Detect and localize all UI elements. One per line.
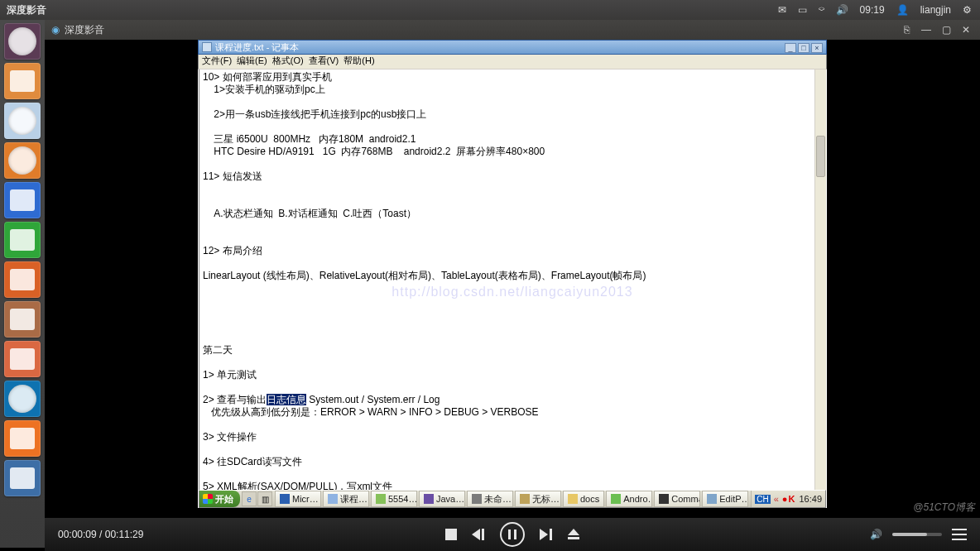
launcher-deepin-player[interactable]: [4, 381, 41, 417]
ql-ie-icon[interactable]: e: [242, 491, 257, 506]
eject-button[interactable]: [568, 529, 579, 540]
notepad-max[interactable]: □: [798, 43, 809, 53]
notepad-menu-item[interactable]: 编辑(E): [237, 55, 267, 65]
system-topbar: 深度影音 ✉ ▭ ⌔ 🔊 09:19 👤 liangjin ⚙: [0, 0, 980, 20]
user-name[interactable]: liangjin: [920, 4, 951, 16]
task-icon: [707, 494, 717, 504]
taskbar-task[interactable]: 课程…: [323, 491, 369, 507]
taskbar-task[interactable]: Andro…: [606, 491, 652, 507]
clock[interactable]: 09:19: [860, 4, 885, 16]
svg-marker-1: [472, 529, 480, 540]
launcher-chromium[interactable]: [4, 103, 41, 139]
elapsed-time: 00:00:09: [58, 529, 97, 540]
notepad-icon: [202, 42, 212, 52]
launcher-files[interactable]: [4, 63, 41, 99]
stop-button[interactable]: [445, 529, 457, 540]
launcher-workspaces[interactable]: [4, 460, 41, 496]
close-button[interactable]: ✕: [958, 22, 973, 37]
launcher-ubuntu-one[interactable]: [4, 420, 41, 457]
next-button[interactable]: [540, 529, 553, 540]
svg-rect-6: [550, 529, 552, 540]
task-label: docs: [580, 494, 599, 504]
battery-icon[interactable]: ▭: [798, 4, 807, 16]
play-pause-button[interactable]: [500, 522, 525, 547]
total-time: 00:11:29: [105, 529, 144, 540]
notepad-menu-item[interactable]: 帮助(H): [343, 55, 374, 65]
taskbar-task[interactable]: Comma…: [654, 491, 700, 507]
mail-icon[interactable]: ✉: [778, 4, 786, 16]
task-label: Java…: [436, 494, 464, 504]
notepad-scrollbar[interactable]: [814, 69, 826, 490]
volume-icon[interactable]: 🔊: [870, 529, 882, 540]
system-tray: ✉ ▭ ⌔ 🔊 09:19 👤 liangjin ⚙: [778, 4, 980, 16]
start-button[interactable]: 开始: [199, 491, 240, 507]
tray-arrows-icon[interactable]: «: [774, 494, 779, 504]
maximize-button[interactable]: ▢: [939, 22, 954, 37]
volume-slider[interactable]: [892, 533, 942, 536]
launcher-firefox[interactable]: [4, 142, 41, 179]
notepad-menu-item[interactable]: 文件(F): [202, 55, 232, 65]
svg-rect-0: [445, 529, 457, 540]
deepin-icon: ◉: [51, 24, 60, 36]
notepad-close[interactable]: ×: [811, 43, 823, 53]
taskbar-task[interactable]: docs: [563, 491, 604, 507]
player-controls: 00:00:09 / 00:11:29 🔊: [45, 518, 980, 551]
tray-clock[interactable]: 16:49: [799, 494, 822, 504]
playlist-button[interactable]: [952, 529, 967, 540]
notepad-textarea[interactable]: 10> 如何部署应用到真实手机 1>安装手机的驱动到pc上 2>用一条usb连接…: [199, 69, 826, 490]
wifi-icon[interactable]: ⌔: [819, 4, 824, 16]
unity-launcher: [0, 20, 45, 548]
windows-tray: CH « ●K 16:49: [751, 491, 825, 507]
video-content[interactable]: 课程进度.txt - 记事本 _□× 文件(F)编辑(E)格式(O)查看(V)帮…: [45, 40, 980, 520]
task-icon: [659, 494, 669, 504]
task-label: EditP…: [719, 494, 748, 504]
prev-button[interactable]: [472, 529, 485, 540]
hanger-icon[interactable]: ⎘: [899, 22, 914, 37]
svg-rect-3: [508, 529, 511, 539]
ql-desktop-icon[interactable]: ▥: [257, 491, 272, 506]
task-icon: [472, 494, 482, 504]
svg-rect-8: [568, 537, 579, 539]
svg-marker-7: [568, 529, 579, 535]
notepad-menu-item[interactable]: 格式(O): [272, 55, 304, 65]
notepad-menubar: 文件(F)编辑(E)格式(O)查看(V)帮助(H): [198, 55, 827, 69]
task-label: 未命…: [484, 493, 512, 505]
svg-rect-4: [514, 529, 516, 539]
taskbar-task[interactable]: 无标…: [515, 491, 561, 507]
launcher-trash[interactable]: [4, 341, 41, 377]
time-display: 00:00:09 / 00:11:29: [45, 529, 143, 540]
task-icon: [424, 494, 434, 504]
tray-lang[interactable]: CH: [755, 495, 770, 504]
taskbar-task[interactable]: Micr…: [275, 491, 321, 507]
quick-launch: e ▥: [242, 491, 272, 506]
notepad-window-buttons: _□×: [783, 42, 823, 53]
launcher-dash[interactable]: [4, 23, 41, 60]
task-icon: [520, 494, 530, 504]
scrollbar-thumb[interactable]: [816, 136, 825, 177]
notepad-titlebar: 课程进度.txt - 记事本 _□×: [198, 40, 827, 55]
gear-icon[interactable]: ⚙: [963, 4, 972, 16]
svg-rect-2: [482, 529, 484, 540]
task-icon: [376, 494, 386, 504]
launcher-impress[interactable]: [4, 261, 41, 298]
launcher-calc[interactable]: [4, 222, 41, 258]
taskbar-task[interactable]: 未命…: [467, 491, 513, 507]
taskbar-task[interactable]: Java…: [419, 491, 465, 507]
recorded-screen: 课程进度.txt - 记事本 _□× 文件(F)编辑(E)格式(O)查看(V)帮…: [198, 40, 827, 508]
minimize-button[interactable]: —: [919, 22, 934, 37]
launcher-coffee[interactable]: [4, 301, 41, 338]
player-title: 深度影音: [65, 23, 104, 37]
launcher-writer[interactable]: [4, 182, 41, 218]
task-icon: [328, 494, 338, 504]
notepad-menu-item[interactable]: 查看(V): [309, 55, 339, 65]
user-icon: 👤: [896, 4, 909, 16]
notepad-min[interactable]: _: [785, 43, 796, 53]
taskbar-tasks: Micr…课程…5554…Java…未命…无标…docsAndro…Comma……: [275, 491, 750, 507]
taskbar-task[interactable]: EditP…: [702, 491, 748, 507]
taskbar-task[interactable]: 5554…: [371, 491, 417, 507]
volume-icon[interactable]: 🔊: [836, 4, 848, 16]
task-label: Comma…: [671, 494, 700, 504]
tray-recorder-icon[interactable]: ●K: [782, 494, 796, 504]
video-watermark: http://blog.csdn.net/liangcaiyun2013: [392, 285, 632, 299]
player-titlebar: ◉ 深度影音 ⎘ — ▢ ✕: [45, 20, 980, 40]
